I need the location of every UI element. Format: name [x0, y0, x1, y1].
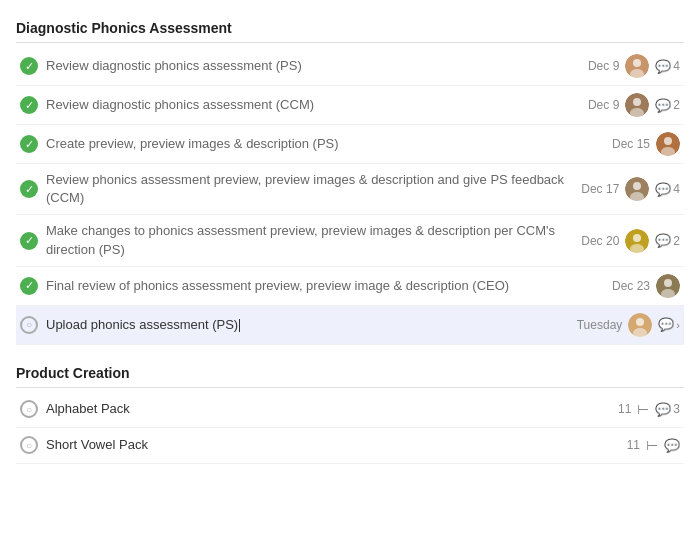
task-date: Tuesday	[577, 318, 623, 332]
check-outline: ○	[20, 436, 38, 454]
svg-point-16	[664, 279, 672, 287]
task-row[interactable]: ○Alphabet Pack11⊢💬3	[16, 392, 684, 428]
task-date: Dec 9	[588, 98, 619, 112]
task-row[interactable]: ✓Final review of phonics assessment prev…	[16, 267, 684, 306]
task-meta: Dec 17 💬4	[581, 177, 680, 201]
task-name: Review diagnostic phonics assessment (PS…	[46, 57, 580, 75]
check-outline: ○	[20, 316, 38, 334]
task-date: Dec 15	[612, 137, 650, 151]
task-row[interactable]: ✓Make changes to phonics assessment prev…	[16, 215, 684, 266]
check-incomplete-icon[interactable]: ○	[20, 436, 38, 454]
check-complete-icon[interactable]: ✓	[20, 277, 38, 295]
comment-count[interactable]: 💬2	[655, 98, 680, 113]
task-name: Review diagnostic phonics assessment (CC…	[46, 96, 580, 114]
subtask-icon: ⊢	[646, 437, 658, 453]
task-date: Dec 23	[612, 279, 650, 293]
check-filled: ✓	[20, 57, 38, 75]
text-cursor	[239, 319, 240, 332]
task-name: Create preview, preview images & descrip…	[46, 135, 604, 153]
chevron-right-icon: ›	[676, 319, 680, 331]
check-filled: ✓	[20, 232, 38, 250]
comment-number: 3	[673, 402, 680, 416]
check-complete-icon[interactable]: ✓	[20, 57, 38, 75]
section-title-diagnostic-phonics: Diagnostic Phonics Assessment	[16, 12, 684, 43]
svg-point-13	[633, 234, 641, 242]
task-row[interactable]: ✓Review diagnostic phonics assessment (C…	[16, 86, 684, 125]
comment-count[interactable]: 💬4	[655, 59, 680, 74]
task-name: Review phonics assessment preview, previ…	[46, 171, 573, 207]
task-name: Short Vowel Pack	[46, 436, 619, 454]
check-incomplete-icon[interactable]: ○	[20, 400, 38, 418]
assignee-avatar[interactable]	[656, 132, 680, 156]
comment-bubble-icon: 💬	[655, 182, 671, 197]
check-complete-icon[interactable]: ✓	[20, 96, 38, 114]
svg-point-4	[633, 98, 641, 106]
comment-bubble-icon: 💬	[655, 98, 671, 113]
product-subtask-count: 11	[618, 402, 631, 416]
svg-point-7	[664, 137, 672, 145]
assignee-avatar[interactable]	[625, 93, 649, 117]
task-name: Upload phonics assessment (PS)	[46, 316, 569, 334]
check-outline: ○	[20, 400, 38, 418]
svg-point-10	[633, 182, 641, 190]
comment-bubble-icon: 💬	[655, 402, 671, 417]
check-filled: ✓	[20, 135, 38, 153]
task-date: Dec 9	[588, 59, 619, 73]
task-meta: Dec 9 💬4	[588, 54, 680, 78]
task-meta: 11⊢💬3	[618, 401, 680, 417]
assignee-avatar[interactable]	[625, 229, 649, 253]
comment-count[interactable]: 💬4	[655, 182, 680, 197]
task-row[interactable]: ○Short Vowel Pack11⊢💬	[16, 428, 684, 464]
assignee-avatar[interactable]	[656, 274, 680, 298]
task-meta: Dec 15	[612, 132, 680, 156]
task-row[interactable]: ✓Review phonics assessment preview, prev…	[16, 164, 684, 215]
svg-point-19	[636, 318, 644, 326]
comment-number: 4	[673, 182, 680, 196]
comment-count[interactable]: 💬›	[658, 317, 680, 332]
task-meta: Dec 9 💬2	[588, 93, 680, 117]
check-complete-icon[interactable]: ✓	[20, 180, 38, 198]
task-name: Final review of phonics assessment previ…	[46, 277, 604, 295]
section-title-product-creation: Product Creation	[16, 357, 684, 388]
task-name: Alphabet Pack	[46, 400, 610, 418]
check-filled: ✓	[20, 277, 38, 295]
check-filled: ✓	[20, 180, 38, 198]
task-meta: Dec 20 💬2	[581, 229, 680, 253]
assignee-avatar[interactable]	[625, 54, 649, 78]
svg-point-1	[633, 59, 641, 67]
assignee-avatar[interactable]	[628, 313, 652, 337]
comment-count[interactable]: 💬2	[655, 233, 680, 248]
task-meta: 11⊢💬	[627, 437, 680, 453]
comment-number: 2	[673, 234, 680, 248]
task-row[interactable]: ○Upload phonics assessment (PS)Tuesday 💬…	[16, 306, 684, 345]
task-name: Make changes to phonics assessment previ…	[46, 222, 573, 258]
main-container: Diagnostic Phonics Assessment✓Review dia…	[0, 0, 700, 476]
comment-count[interactable]: 💬	[664, 438, 680, 453]
task-date: Dec 17	[581, 182, 619, 196]
comment-bubble-icon: 💬	[655, 59, 671, 74]
subtask-icon: ⊢	[637, 401, 649, 417]
assignee-avatar[interactable]	[625, 177, 649, 201]
comment-number: 4	[673, 59, 680, 73]
comment-count[interactable]: 💬3	[655, 402, 680, 417]
comment-bubble-icon: 💬	[655, 233, 671, 248]
task-meta: Dec 23	[612, 274, 680, 298]
check-complete-icon[interactable]: ✓	[20, 135, 38, 153]
check-complete-icon[interactable]: ✓	[20, 232, 38, 250]
task-row[interactable]: ✓Create preview, preview images & descri…	[16, 125, 684, 164]
check-incomplete-icon[interactable]: ○	[20, 316, 38, 334]
task-meta: Tuesday 💬›	[577, 313, 680, 337]
product-subtask-count: 11	[627, 438, 640, 452]
comment-bubble-icon: 💬	[658, 317, 674, 332]
task-date: Dec 20	[581, 234, 619, 248]
task-row[interactable]: ✓Review diagnostic phonics assessment (P…	[16, 47, 684, 86]
comment-bubble-icon: 💬	[664, 438, 680, 453]
check-filled: ✓	[20, 96, 38, 114]
comment-number: 2	[673, 98, 680, 112]
